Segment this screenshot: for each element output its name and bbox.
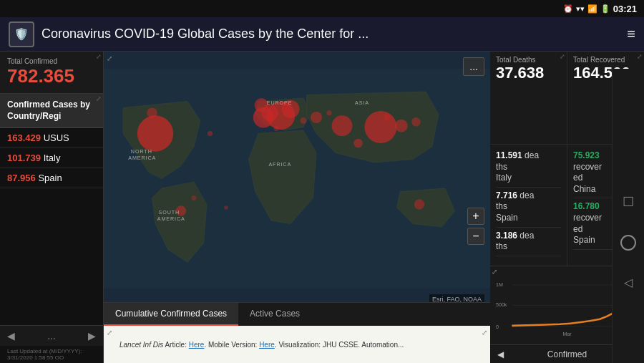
expand-br-icon[interactable]: ⤢ — [482, 329, 487, 337]
svg-point-3 — [365, 111, 397, 143]
svg-text:EUROPE: EUROPE — [267, 100, 293, 106]
sidebar-nav: ◀ ... ▶ — [0, 325, 103, 346]
total-confirmed-value: 782.365 — [7, 65, 96, 87]
tab-active-cases[interactable]: Active Cases — [238, 303, 311, 326]
country-value: 87.956 — [7, 173, 36, 183]
svg-text:500k: 500k — [496, 302, 507, 308]
deaths-value: 37.638 — [496, 64, 561, 82]
svg-point-14 — [411, 117, 421, 127]
recovered-label: Total Recovered — [573, 56, 638, 64]
bottom-bar: ⤢ ⤢ Lancet Inf Dis Article: Here. Mobile… — [104, 326, 490, 363]
wifi-icon: ▾▾ — [576, 4, 585, 14]
deaths-list: 11.591 deathsItaly 7.716 deathsSpain 3.1… — [490, 145, 567, 266]
svg-text:AMERICA: AMERICA — [157, 216, 185, 222]
svg-text:SOUTH: SOUTH — [159, 209, 180, 216]
svg-point-19 — [384, 115, 391, 121]
nav-prev-button[interactable]: ◀ — [7, 330, 15, 342]
tab-cumulative[interactable]: Cumulative Confirmed Cases — [104, 303, 238, 326]
svg-point-15 — [311, 112, 322, 123]
svg-text:Mar: Mar — [562, 331, 572, 337]
svg-point-16 — [208, 131, 213, 136]
country-name-label: US — [57, 132, 69, 143]
nav-next-button[interactable]: ▶ — [88, 330, 96, 342]
map-expand-icon[interactable]: ⤢ — [107, 54, 112, 62]
svg-point-13 — [414, 199, 424, 209]
country-value: 101.739 — [7, 153, 41, 163]
chart-nav-label: Confirmed — [547, 349, 587, 359]
chart-expand-icon[interactable]: ⤢ — [492, 268, 497, 276]
svg-text:NORTH: NORTH — [131, 148, 152, 155]
expand-tl-icon[interactable]: ⤢ — [96, 53, 102, 60]
svg-point-20 — [274, 126, 279, 131]
expand-deaths-icon[interactable]: ⤢ — [560, 53, 565, 60]
last-updated-label: Last Updated at (M/D/YYYY): — [7, 348, 96, 354]
svg-text:ASIA: ASIA — [355, 100, 369, 106]
deaths-item-value: 3.186 — [496, 231, 517, 241]
header-title: Coronavirus COVID-19 Global Cases by the… — [42, 26, 620, 42]
world-map: NORTH AMERICA SOUTH AMERICA EUROPE AFRIC… — [104, 52, 490, 306]
map-more-button[interactable]: ... — [463, 57, 484, 76]
country-name: Spain — [38, 173, 62, 183]
list-item: 163.429 USUS — [0, 128, 103, 148]
bottom-bar-text: Lancet Inf Dis Article: Here. Mobile Ver… — [119, 341, 404, 349]
zoom-out-button[interactable]: − — [467, 228, 484, 245]
chart-nav-prev[interactable]: ◀ — [497, 349, 504, 359]
confirmed-cases-header: ⤢ Confirmed Cases by Country/Regi — [0, 94, 103, 128]
list-item: 3.186 deaths — [496, 228, 561, 256]
recovered-item-value: 75.923 — [573, 150, 600, 160]
deaths-label: Total Deaths — [496, 56, 561, 64]
svg-point-18 — [326, 110, 331, 115]
svg-point-9 — [395, 120, 408, 132]
status-icons: ⏰ ▾▾ 📶 🔋 03:21 — [563, 4, 637, 14]
map-area[interactable]: ⤢ — [104, 52, 490, 363]
android-nav: ☐ ○ ◁ — [612, 69, 644, 363]
svg-point-17 — [301, 117, 307, 124]
last-updated-date: 3/31/2020 1:58:55 OO — [7, 354, 96, 361]
list-item: 11.591 deathsItaly — [496, 147, 561, 188]
app-logo: 🛡️ — [9, 21, 34, 47]
list-item: 7.716 deathsSpain — [496, 188, 561, 228]
alarm-icon: ⏰ — [563, 4, 573, 14]
deaths-item-value: 11.591 — [496, 150, 522, 160]
left-sidebar: ⤢ Total Confirmed 782.365 ⤢ Confirmed Ca… — [0, 52, 104, 363]
country-value: 163.429 — [7, 132, 41, 143]
list-item: 87.956 Spain — [0, 168, 103, 188]
svg-point-6 — [332, 115, 353, 136]
expand-recovered-icon[interactable]: ⤢ — [637, 53, 643, 60]
total-confirmed-label: Total Confirmed — [7, 57, 96, 65]
total-confirmed-box: ⤢ Total Confirmed 782.365 — [0, 52, 103, 94]
deaths-item-value: 7.716 — [496, 190, 517, 200]
country-list: 163.429 USUS 101.739 Italy 87.956 Spain — [0, 128, 103, 325]
country-name: US — [44, 132, 57, 143]
svg-text:AFRICA: AFRICA — [268, 161, 291, 168]
time-display: 03:21 — [613, 4, 637, 14]
svg-text:0: 0 — [496, 324, 499, 330]
country-name: Italy — [44, 153, 61, 163]
recovered-item-value: 16.780 — [573, 201, 600, 211]
android-circle-button[interactable]: ○ — [620, 235, 636, 251]
status-bar: ⏰ ▾▾ 📶 🔋 03:21 — [0, 0, 644, 17]
zoom-in-button[interactable]: + — [467, 208, 484, 225]
android-square-button[interactable]: ☐ — [623, 194, 634, 210]
svg-point-21 — [224, 205, 228, 209]
battery-icon: 🔋 — [600, 4, 610, 14]
svg-point-11 — [353, 139, 363, 148]
list-item: 101.739 Italy — [0, 148, 103, 168]
expand-bl-icon[interactable]: ⤢ — [107, 329, 112, 337]
svg-point-12 — [147, 108, 157, 118]
last-updated: Last Updated at (M/D/YYYY): 3/31/2020 1:… — [0, 346, 103, 363]
nav-dots-button[interactable]: ... — [47, 330, 56, 342]
app-header: 🛡️ Coronavirus COVID-19 Global Cases by … — [0, 17, 644, 52]
menu-button[interactable]: ≡ — [627, 26, 635, 42]
svg-text:AMERICA: AMERICA — [128, 155, 156, 161]
svg-point-22 — [191, 195, 196, 200]
deaths-panel: ⤢ Total Deaths 37.638 — [490, 52, 567, 145]
svg-text:1M: 1M — [496, 282, 503, 288]
map-tabs: Cumulative Confirmed Cases Active Cases — [104, 302, 490, 326]
confirmed-cases-title: Confirmed Cases by Country/Regi — [7, 100, 96, 122]
android-back-button[interactable]: ◁ — [624, 276, 633, 289]
expand-cc-icon[interactable]: ⤢ — [96, 95, 102, 102]
signal-icon: 📶 — [587, 4, 597, 14]
svg-point-1 — [137, 115, 173, 151]
